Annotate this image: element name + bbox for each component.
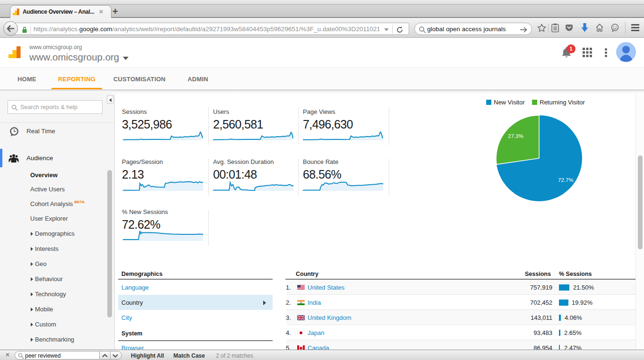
svg-text:72.7%: 72.7% [558, 177, 574, 183]
svg-text:27.3%: 27.3% [508, 133, 524, 139]
